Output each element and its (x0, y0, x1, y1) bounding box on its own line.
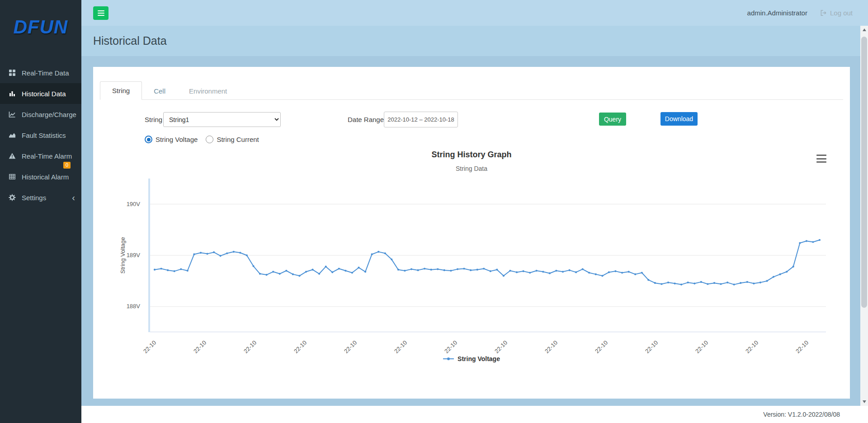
area-chart-icon (8, 132, 16, 139)
svg-text:22-10: 22-10 (594, 339, 609, 355)
series-radio-group: String Voltage String Current (145, 136, 259, 143)
y-tick-label: 189V (111, 252, 140, 258)
svg-text:22-10: 22-10 (393, 339, 408, 355)
topbar-right: admin.Administrator Log out (747, 9, 868, 17)
sidebar: DFUN Real-Time Data Historical Data (0, 0, 81, 423)
svg-text:22-10: 22-10 (292, 339, 308, 355)
logo-text: DFUN (14, 16, 68, 38)
sidebar-toggle-button[interactable] (93, 6, 108, 20)
tab-cell[interactable]: Cell (142, 82, 177, 100)
chart-context-menu-icon[interactable] (816, 155, 826, 163)
sidebar-item-fault-statistics[interactable]: Fault Statistics (0, 125, 81, 146)
legend-marker-icon (443, 357, 454, 361)
warning-icon (8, 152, 16, 160)
chevron-left-icon: ‹ (72, 193, 75, 202)
tab-string[interactable]: String (100, 81, 142, 100)
svg-text:22-10: 22-10 (694, 339, 709, 355)
table-icon (8, 173, 16, 180)
tab-environment[interactable]: Environment (177, 82, 239, 100)
bar-chart-icon (8, 90, 16, 97)
tabs: String Cell Environment (100, 80, 843, 100)
vertical-scrollbar[interactable] (860, 26, 868, 406)
svg-text:22-10: 22-10 (142, 339, 157, 355)
grid-icon (8, 69, 16, 76)
topbar: admin.Administrator Log out (81, 0, 868, 26)
sidebar-item-settings[interactable]: Settings ‹ (0, 187, 81, 208)
radio-unselected-icon (206, 136, 213, 143)
chart-subtitle: String Data (93, 165, 850, 172)
date-range-label: Date Range (348, 112, 384, 127)
sidebar-item-historical-data[interactable]: Historical Data (0, 83, 81, 104)
user-menu[interactable]: admin.Administrator (747, 9, 807, 17)
sidebar-item-real-time-data[interactable]: Real-Time Data (0, 62, 81, 83)
download-button[interactable]: Download (660, 112, 698, 126)
sidebar-item-label: Discharge/Charge (22, 111, 76, 118)
logout-button[interactable]: Log out (820, 9, 853, 17)
legend-label: String Voltage (458, 355, 500, 362)
chart-plot-svg: 22-1022-1022-1022-1022-1022-1022-1022-10… (148, 179, 826, 368)
sidebar-item-real-time-alarm[interactable]: Real-Time Alarm 0 (0, 146, 81, 166)
scroll-up-icon[interactable] (860, 26, 868, 34)
chart-legend[interactable]: String Voltage (93, 355, 850, 362)
query-button[interactable]: Query (599, 113, 626, 126)
version-text: Version: V1.2.0-2022/08/08 (763, 411, 840, 418)
sidebar-item-label: Real-Time Data (22, 69, 75, 77)
scroll-down-icon[interactable] (860, 398, 868, 406)
date-range-input[interactable] (384, 112, 458, 127)
sidebar-item-label: Historical Data (22, 90, 75, 98)
radio-string-voltage[interactable]: String Voltage (145, 136, 198, 143)
alarm-count-badge: 0 (63, 162, 71, 169)
sidebar-item-label: Fault Statistics (22, 132, 75, 139)
svg-text:22-10: 22-10 (794, 339, 810, 355)
sidebar-item-historical-alarm[interactable]: Historical Alarm (0, 166, 81, 187)
gear-icon (8, 194, 16, 201)
radio-label: String Voltage (156, 136, 198, 143)
page-title: Historical Data (93, 34, 167, 47)
sidebar-item-label: Settings (22, 194, 66, 202)
y-tick-label: 190V (111, 201, 140, 207)
svg-text:22-10: 22-10 (343, 339, 358, 355)
logout-label: Log out (830, 9, 853, 17)
chart-title: String History Graph (93, 150, 850, 160)
svg-text:22-10: 22-10 (192, 339, 208, 355)
string-select[interactable]: String1 (163, 112, 281, 127)
svg-text:22-10: 22-10 (242, 339, 258, 355)
svg-text:22-10: 22-10 (744, 339, 760, 355)
svg-text:22-10: 22-10 (493, 339, 509, 355)
svg-text:22-10: 22-10 (644, 339, 659, 355)
logo: DFUN (0, 0, 81, 54)
sidebar-item-label: Historical Alarm (22, 173, 75, 181)
historical-data-card: String Cell Environment String String1 D… (93, 67, 850, 399)
content-area: String Cell Environment String String1 D… (81, 56, 860, 406)
sidebar-item-discharge-charge[interactable]: Discharge/Charge (0, 104, 81, 125)
footer: Version: V1.2.0-2022/08/08 (81, 406, 868, 423)
radio-label: String Current (217, 136, 259, 143)
logout-icon (820, 9, 827, 16)
radio-string-current[interactable]: String Current (206, 136, 259, 143)
scrollbar-thumb[interactable] (861, 37, 867, 308)
radio-selected-icon (145, 136, 152, 143)
svg-text:22-10: 22-10 (443, 339, 458, 355)
line-chart-icon (8, 111, 16, 118)
sidebar-menu: Real-Time Data Historical Data Discharge… (0, 62, 81, 208)
sidebar-item-label: Real-Time Alarm (22, 152, 75, 160)
page-header: Historical Data (81, 26, 868, 56)
y-tick-label: 188V (111, 303, 140, 310)
string-select-label: String (145, 112, 162, 127)
svg-text:22-10: 22-10 (543, 339, 559, 355)
